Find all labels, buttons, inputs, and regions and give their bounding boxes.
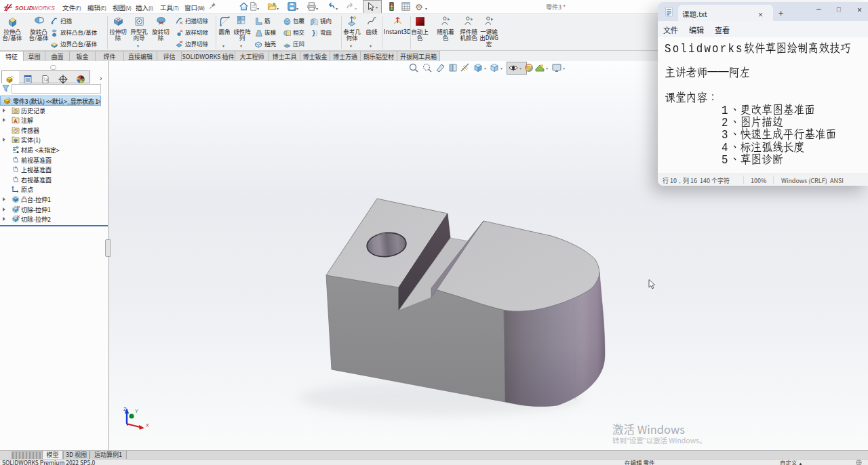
svg-text:Z: Z (123, 407, 127, 411)
svg-text:A: A (14, 119, 17, 123)
svg-text:Y: Y (135, 409, 138, 413)
svg-text:X: X (146, 423, 149, 428)
svg-text:WORKS: WORKS (33, 5, 55, 12)
svg-text:SOLID: SOLID (15, 5, 33, 12)
